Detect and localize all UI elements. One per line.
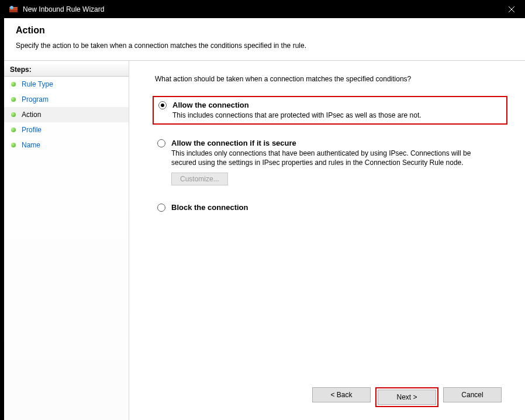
option-allow-desc: This includes connections that are prote… [172, 111, 488, 120]
option-allow-secure-title: Allow the connection if it is secure [171, 139, 296, 147]
bullet-icon [11, 143, 16, 147]
customize-button: Customize... [171, 173, 228, 185]
steps-heading: Steps: [4, 63, 129, 77]
wizard-header: Action Specify the action to be taken wh… [4, 18, 525, 61]
bullet-icon [11, 97, 16, 102]
bullet-icon [11, 112, 16, 117]
next-button[interactable]: Next > [378, 390, 436, 405]
step-action[interactable]: Action [4, 107, 129, 122]
page-title: Action [16, 25, 513, 36]
bullet-icon [11, 82, 16, 87]
window-title: New Inbound Rule Wizard [23, 5, 498, 13]
radio-allow[interactable] [158, 101, 167, 109]
wizard-window: New Inbound Rule Wizard Action Specify t… [4, 0, 525, 420]
next-button-wrap: Next > [375, 387, 438, 407]
firewall-icon [9, 5, 18, 14]
step-profile[interactable]: Profile [4, 122, 129, 137]
option-block-title: Block the connection [171, 203, 248, 212]
back-button[interactable]: < Back [312, 387, 371, 402]
cancel-button[interactable]: Cancel [443, 387, 502, 402]
page-subtitle: Specify the action to be taken when a co… [16, 42, 513, 50]
step-label: Rule Type [22, 80, 53, 88]
svg-rect-3 [9, 11, 18, 12]
titlebar: New Inbound Rule Wizard [4, 0, 525, 18]
option-allow-secure-desc: This includes only connections that have… [171, 149, 487, 167]
close-icon [509, 6, 514, 12]
step-label: Profile [22, 126, 42, 134]
step-label: Action [22, 111, 41, 119]
option-allow-secure[interactable]: Allow the connection if it is secure Thi… [153, 135, 507, 188]
step-label: Name [22, 141, 40, 149]
wizard-footer: < Back Next > Cancel [153, 378, 507, 420]
main-panel: What action should be taken when a conne… [129, 61, 525, 420]
question-text: What action should be taken when a conne… [155, 75, 507, 83]
step-rule-type[interactable]: Rule Type [4, 77, 129, 92]
option-block[interactable]: Block the connection [153, 199, 507, 215]
option-allow[interactable]: Allow the connection This includes conne… [153, 96, 507, 125]
step-label: Program [22, 95, 49, 104]
option-allow-title: Allow the connection [172, 101, 249, 109]
back-button-wrap: < Back [312, 387, 371, 407]
radio-allow-secure[interactable] [157, 139, 165, 147]
step-program[interactable]: Program [4, 92, 129, 107]
cancel-button-wrap: Cancel [443, 387, 502, 407]
bullet-icon [11, 128, 16, 132]
wizard-body: Steps: Rule Type Program Action Profile … [4, 61, 525, 420]
steps-sidebar: Steps: Rule Type Program Action Profile … [4, 61, 129, 420]
step-name[interactable]: Name [4, 137, 129, 153]
radio-block[interactable] [157, 204, 165, 212]
close-button[interactable] [498, 0, 525, 18]
